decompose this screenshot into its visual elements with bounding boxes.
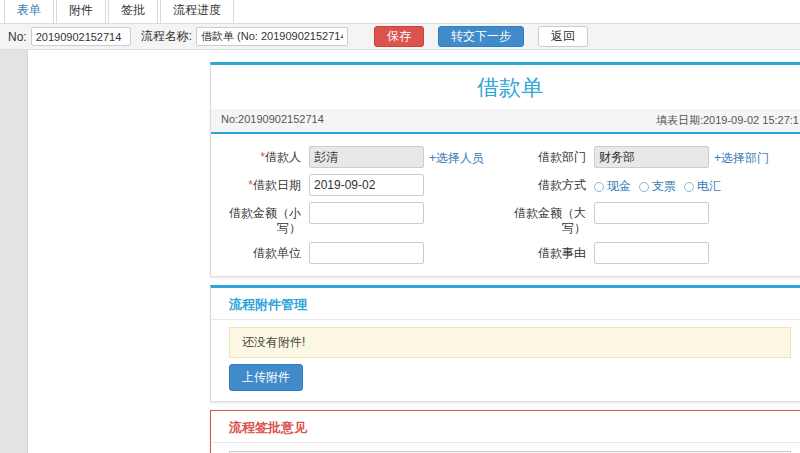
form-fill-date: 填表日期:2019-09-02 15:27:1 bbox=[656, 113, 799, 128]
upload-attachment-button[interactable]: 上传附件 bbox=[229, 364, 303, 391]
tab-form[interactable]: 表单 bbox=[4, 0, 54, 23]
form-row: *借款日期 借款方式 现金 支票 电汇 bbox=[225, 174, 795, 196]
radio-icon bbox=[594, 182, 604, 192]
action-toolbar: No: 流程名称: 保存 转交下一步 返回 bbox=[0, 24, 800, 50]
loan-unit-input[interactable] bbox=[309, 242, 424, 264]
field-amount-lower: 借款金额（小写） bbox=[225, 202, 510, 236]
no-input[interactable] bbox=[31, 27, 131, 46]
select-person-link[interactable]: +选择人员 bbox=[429, 146, 484, 167]
loan-date-input[interactable] bbox=[309, 174, 424, 196]
field-loan-reason: 借款事由 bbox=[510, 242, 795, 264]
form-grid: *借款人 +选择人员 借款部门 +选择部门 *借款日期 bbox=[211, 134, 800, 276]
loan-unit-label: 借款单位 bbox=[225, 242, 301, 261]
radio-label: 现金 bbox=[607, 178, 631, 195]
field-loan-date: *借款日期 bbox=[225, 174, 510, 196]
approval-section-title: 流程签批意见 bbox=[211, 411, 800, 442]
tab-progress[interactable]: 流程进度 bbox=[160, 0, 234, 23]
field-label: 借款日期 bbox=[253, 178, 301, 192]
amount-lower-label: 借款金额（小写） bbox=[225, 202, 301, 236]
field-loan-unit: 借款单位 bbox=[225, 242, 510, 264]
approval-panel: 流程签批意见 B I abc A A ⚑ bbox=[210, 410, 800, 453]
tab-attachments[interactable]: 附件 bbox=[56, 0, 106, 23]
loan-reason-label: 借款事由 bbox=[510, 242, 586, 261]
form-row: 借款单位 借款事由 bbox=[225, 242, 795, 264]
radio-icon bbox=[684, 182, 694, 192]
loan-date-label: *借款日期 bbox=[225, 174, 301, 193]
field-department: 借款部门 +选择部门 bbox=[510, 146, 795, 168]
form-row: 借款金额（小写） 借款金额（大写） bbox=[225, 202, 795, 236]
attachment-panel: 流程附件管理 还没有附件! 上传附件 bbox=[210, 285, 800, 402]
borrower-label: *借款人 bbox=[225, 146, 301, 165]
radio-label: 支票 bbox=[652, 178, 676, 195]
amount-upper-input[interactable] bbox=[594, 202, 709, 224]
page: 表单 附件 签批 流程进度 No: 流程名称: 保存 转交下一步 返回 借款单 … bbox=[0, 0, 800, 453]
radio-icon bbox=[639, 182, 649, 192]
tab-bar: 表单 附件 签批 流程进度 bbox=[0, 0, 800, 24]
loan-form-panel: 借款单 No:20190902152714 填表日期:2019-09-02 15… bbox=[210, 62, 800, 277]
process-name-label: 流程名称: bbox=[141, 28, 192, 45]
back-button[interactable]: 返回 bbox=[538, 26, 588, 47]
content-area: 借款单 No:20190902152714 填表日期:2019-09-02 15… bbox=[0, 50, 800, 453]
loan-method-label: 借款方式 bbox=[510, 174, 586, 193]
department-input[interactable] bbox=[594, 146, 709, 168]
radio-label: 电汇 bbox=[697, 178, 721, 195]
field-borrower: *借款人 +选择人员 bbox=[225, 146, 510, 168]
field-label: 借款人 bbox=[265, 150, 301, 164]
divider bbox=[211, 442, 800, 443]
form-subheader: No:20190902152714 填表日期:2019-09-02 15:27:… bbox=[211, 109, 800, 132]
tab-approval[interactable]: 签批 bbox=[108, 0, 158, 23]
left-sidebar-strip bbox=[0, 50, 28, 453]
divider bbox=[211, 319, 800, 320]
select-department-link[interactable]: +选择部门 bbox=[714, 146, 769, 167]
field-loan-method: 借款方式 现金 支票 电汇 bbox=[510, 174, 795, 196]
next-step-button[interactable]: 转交下一步 bbox=[438, 26, 524, 47]
loan-reason-input[interactable] bbox=[594, 242, 709, 264]
form-row: *借款人 +选择人员 借款部门 +选择部门 bbox=[225, 146, 795, 168]
field-amount-upper: 借款金额（大写） bbox=[510, 202, 795, 236]
radio-wire[interactable]: 电汇 bbox=[684, 178, 721, 195]
save-button[interactable]: 保存 bbox=[374, 26, 424, 47]
form-number: No:20190902152714 bbox=[221, 113, 324, 128]
process-name-input[interactable] bbox=[196, 27, 348, 46]
department-label: 借款部门 bbox=[510, 146, 586, 165]
no-label: No: bbox=[8, 30, 27, 44]
radio-cash[interactable]: 现金 bbox=[594, 178, 631, 195]
radio-cheque[interactable]: 支票 bbox=[639, 178, 676, 195]
loan-method-options: 现金 支票 电汇 bbox=[594, 174, 721, 195]
page-title: 借款单 bbox=[211, 65, 800, 109]
no-attachments-notice: 还没有附件! bbox=[229, 327, 791, 358]
borrower-input[interactable] bbox=[309, 146, 424, 168]
amount-upper-label: 借款金额（大写） bbox=[510, 202, 586, 236]
main-column: 借款单 No:20190902152714 填表日期:2019-09-02 15… bbox=[210, 62, 800, 453]
attachment-section-title: 流程附件管理 bbox=[211, 288, 800, 319]
amount-lower-input[interactable] bbox=[309, 202, 424, 224]
